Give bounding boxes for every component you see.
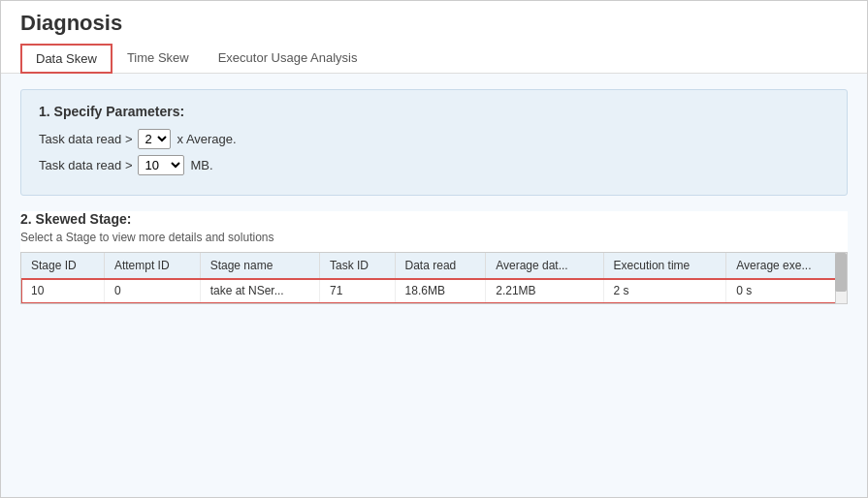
param2-prefix: Task data read > — [39, 158, 132, 172]
page-header: Diagnosis Data Skew Time Skew Executor U… — [1, 1, 867, 74]
page-content: 1. Specify Parameters: Task data read > … — [1, 74, 867, 497]
cell-stage-name: take at NSer... — [200, 279, 319, 303]
param2-select[interactable]: 10 20 50 100 — [138, 155, 184, 175]
scrollbar-track[interactable] — [835, 253, 847, 303]
param2-suffix: MB. — [190, 158, 212, 172]
cell-stage-id: 10 — [21, 279, 104, 303]
cell-exec-time: 2 s — [603, 279, 726, 303]
tab-data-skew[interactable]: Data Skew — [20, 44, 113, 74]
page-title: Diagnosis — [20, 11, 848, 36]
param-row-1: Task data read > 2 3 4 5 x Average. — [39, 129, 829, 149]
page-container: Diagnosis Data Skew Time Skew Executor U… — [0, 0, 868, 498]
col-exec-time: Execution time — [603, 253, 726, 279]
skewed-stage-table: Stage ID Attempt ID Stage name Task ID D… — [21, 253, 847, 303]
tab-time-skew[interactable]: Time Skew — [113, 44, 204, 74]
skewed-stage-section: 2. Skewed Stage: Select a Stage to view … — [20, 211, 848, 304]
cell-avg-exec: 0 s — [726, 279, 847, 303]
col-stage-id: Stage ID — [21, 253, 104, 279]
param-row-2: Task data read > 10 20 50 100 MB. — [39, 155, 829, 175]
cell-avg-data: 2.21MB — [486, 279, 603, 303]
col-attempt-id: Attempt ID — [104, 253, 200, 279]
table-row[interactable]: 10 0 take at NSer... 71 18.6MB 2.21MB 2 … — [21, 279, 847, 303]
tab-executor-usage[interactable]: Executor Usage Analysis — [204, 44, 372, 74]
col-avg-data: Average dat... — [486, 253, 603, 279]
scrollbar-thumb[interactable] — [835, 253, 847, 292]
table-header-row: Stage ID Attempt ID Stage name Task ID D… — [21, 253, 847, 279]
col-task-id: Task ID — [319, 253, 395, 279]
skewed-stage-subtitle: Select a Stage to view more details and … — [20, 231, 848, 244]
param1-suffix: x Average. — [177, 132, 236, 146]
skewed-stage-title: 2. Skewed Stage: — [20, 211, 848, 227]
skewed-stage-table-wrapper: Stage ID Attempt ID Stage name Task ID D… — [20, 252, 848, 304]
param1-prefix: Task data read > — [39, 132, 132, 146]
parameters-section: 1. Specify Parameters: Task data read > … — [20, 89, 848, 196]
param1-select[interactable]: 2 3 4 5 — [138, 129, 171, 149]
col-avg-exec: Average exe... — [726, 253, 847, 279]
col-data-read: Data read — [395, 253, 486, 279]
cell-task-id: 71 — [319, 279, 395, 303]
cell-attempt-id: 0 — [104, 279, 200, 303]
parameters-title: 1. Specify Parameters: — [39, 104, 829, 119]
col-stage-name: Stage name — [200, 253, 319, 279]
tabs-bar: Data Skew Time Skew Executor Usage Analy… — [20, 44, 848, 73]
cell-data-read: 18.6MB — [395, 279, 486, 303]
